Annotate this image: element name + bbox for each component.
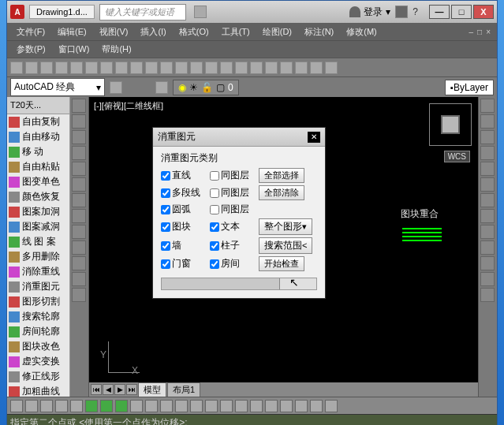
- palette-item[interactable]: 自由移动: [7, 129, 69, 144]
- maximize-button[interactable]: □: [451, 5, 472, 19]
- chk-wall[interactable]: 墙: [161, 239, 207, 252]
- btn-search-range[interactable]: 搜索范围<: [259, 237, 312, 254]
- palette-item[interactable]: 图案减洞: [7, 219, 69, 234]
- palette-item[interactable]: 虚实变换: [7, 354, 69, 369]
- chk-text[interactable]: 文本: [210, 220, 256, 233]
- btn-clear-all[interactable]: 全部清除: [259, 185, 304, 200]
- palette-item[interactable]: 房间轮廓: [7, 324, 69, 339]
- region-icon[interactable]: [72, 240, 86, 255]
- search-icon[interactable]: [194, 6, 207, 18]
- menu-parametric[interactable]: 参数(P): [12, 42, 50, 57]
- palette-item[interactable]: 消除重线: [7, 264, 69, 279]
- tool8-icon[interactable]: [325, 62, 338, 74]
- copy2-icon[interactable]: [480, 114, 495, 129]
- layer-manager-icon[interactable]: [155, 81, 168, 94]
- tab-first-icon[interactable]: ⏮: [91, 384, 102, 395]
- ellipse-icon[interactable]: [72, 177, 86, 192]
- chk-same-layer-3[interactable]: 同图层: [210, 203, 256, 216]
- minimize-button[interactable]: —: [429, 5, 450, 19]
- mirror-icon[interactable]: [480, 146, 495, 160]
- paste-icon[interactable]: [130, 62, 143, 74]
- snap22-icon[interactable]: [325, 400, 338, 412]
- workspace-select[interactable]: AutoCAD 经典 ▾: [10, 78, 105, 96]
- chk-same-layer-2[interactable]: 同图层: [210, 186, 256, 199]
- drawing-canvas[interactable]: [-][俯视][二维线框] WCS 图块重合 Y X ⏮ ◀ ▶ ⏭ 模型 布局…: [89, 97, 478, 397]
- menu-window[interactable]: 窗口(W): [54, 42, 95, 57]
- login-button[interactable]: 登录 ▾: [349, 6, 390, 19]
- snap11-icon[interactable]: [160, 400, 173, 412]
- palette-title[interactable]: T20天...: [7, 97, 69, 114]
- snap17-icon[interactable]: [250, 400, 263, 412]
- snap9-icon[interactable]: [130, 400, 143, 412]
- palette-item[interactable]: 消重图元: [7, 279, 69, 294]
- snap1-icon[interactable]: [10, 400, 23, 412]
- menu-dimension[interactable]: 标注(N): [300, 24, 338, 39]
- palette-item[interactable]: 多用删除: [7, 249, 69, 264]
- snap10-icon[interactable]: [145, 400, 158, 412]
- menu-modify[interactable]: 修改(M): [342, 24, 382, 39]
- wcs-label[interactable]: WCS: [444, 151, 470, 162]
- help-icon[interactable]: ?: [413, 6, 418, 17]
- doc-minimize-icon[interactable]: –: [468, 28, 476, 36]
- app-logo[interactable]: A: [10, 5, 24, 19]
- chk-polyline[interactable]: 多段线: [161, 186, 207, 199]
- table-icon[interactable]: [72, 256, 86, 270]
- chk-line[interactable]: 直线: [161, 169, 207, 182]
- palette-item[interactable]: 自由粘贴: [7, 159, 69, 174]
- snap8-icon[interactable]: [115, 400, 128, 412]
- pline-icon[interactable]: [72, 114, 86, 129]
- tab-layout1[interactable]: 布局1: [167, 382, 200, 397]
- chk-same-layer-1[interactable]: 同图层: [210, 169, 256, 182]
- palette-item[interactable]: 图变单色: [7, 174, 69, 189]
- tool7-icon[interactable]: [310, 62, 323, 74]
- tab-model[interactable]: 模型: [138, 382, 166, 397]
- offset-icon[interactable]: [480, 240, 495, 255]
- text-icon[interactable]: [72, 272, 86, 286]
- menu-view[interactable]: 视图(V): [95, 24, 133, 39]
- spline-icon[interactable]: [72, 209, 86, 223]
- publish-icon[interactable]: [85, 62, 98, 74]
- snap20-icon[interactable]: [295, 400, 308, 412]
- palette-item[interactable]: 线 图 案: [7, 234, 69, 249]
- array-icon[interactable]: [480, 225, 495, 239]
- tool6-icon[interactable]: [295, 62, 308, 74]
- tool-icon[interactable]: [220, 62, 233, 74]
- dialog-scrollbar[interactable]: ↖: [161, 278, 317, 290]
- palette-item[interactable]: 搜索轮廓: [7, 309, 69, 324]
- circle-icon[interactable]: [72, 130, 86, 144]
- cut-icon[interactable]: [100, 62, 113, 74]
- save-icon[interactable]: [40, 62, 53, 74]
- snap19-icon[interactable]: [280, 400, 293, 412]
- palette-item[interactable]: 加粗曲线: [7, 384, 69, 397]
- snap5-icon[interactable]: [70, 400, 83, 412]
- chk-doorwin[interactable]: 门窗: [161, 257, 207, 270]
- tab-last-icon[interactable]: ⏭: [126, 384, 137, 395]
- snap14-icon[interactable]: [205, 400, 218, 412]
- rotate-icon[interactable]: [480, 130, 495, 144]
- palette-item[interactable]: 自由复制: [7, 114, 69, 129]
- erase-icon[interactable]: [480, 256, 495, 270]
- arc-icon[interactable]: [72, 146, 86, 160]
- snap3-icon[interactable]: [40, 400, 53, 412]
- palette-item[interactable]: 修正线形: [7, 369, 69, 384]
- menu-insert[interactable]: 插入(I): [136, 24, 170, 39]
- snap6-icon[interactable]: [85, 400, 98, 412]
- chk-column[interactable]: 柱子: [210, 239, 256, 252]
- print-icon[interactable]: [55, 62, 68, 74]
- snap7-icon[interactable]: [100, 400, 113, 412]
- tool2-icon[interactable]: [235, 62, 248, 74]
- menu-format[interactable]: 格式(O): [174, 24, 214, 39]
- snap16-icon[interactable]: [235, 400, 248, 412]
- new-icon[interactable]: [10, 62, 23, 74]
- bylayer-color[interactable]: ▪ByLayer: [445, 80, 494, 95]
- menu-tools[interactable]: 工具(T): [217, 24, 255, 39]
- point-icon[interactable]: [72, 225, 86, 239]
- snap21-icon[interactable]: [310, 400, 323, 412]
- menu-edit[interactable]: 编辑(E): [53, 24, 91, 39]
- tool3-icon[interactable]: [250, 62, 263, 74]
- zoom-icon[interactable]: [205, 62, 218, 74]
- palette-item[interactable]: 颜色恢复: [7, 189, 69, 204]
- tab-prev-icon[interactable]: ◀: [103, 384, 114, 395]
- redo-icon[interactable]: [175, 62, 188, 74]
- chk-arc[interactable]: 圆弧: [161, 203, 207, 216]
